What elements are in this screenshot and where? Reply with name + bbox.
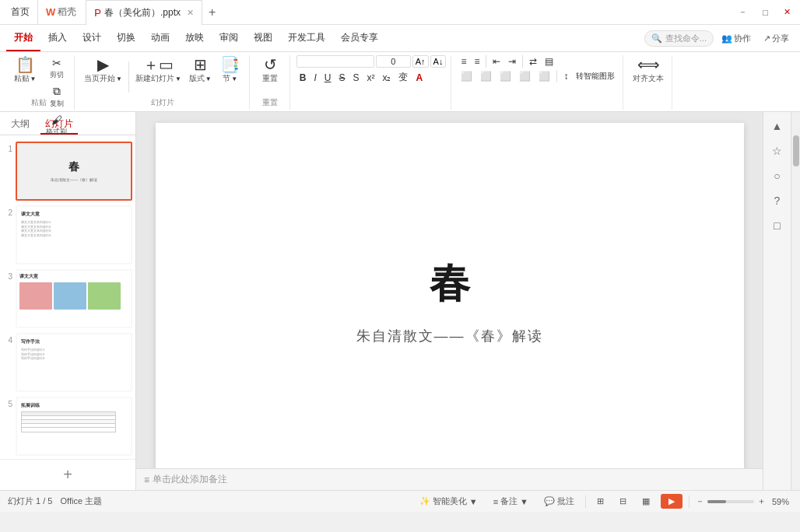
tab-transition[interactable]: 切换 [109,25,143,51]
scroll-thumb[interactable] [793,135,799,166]
paste-dropdown[interactable]: ▼ [30,75,37,82]
start-dropdown[interactable]: ▼ [116,75,122,82]
font-color-btn[interactable]: A [412,72,426,84]
section-btn[interactable]: 📑 节 ▼ [216,55,244,86]
slide-item-4[interactable]: 4 写作手法 写作手法内容行1写作手法内容行2写作手法内容行3 [3,333,132,392]
play-slideshow-btn[interactable]: ▶ [661,494,682,509]
convert-smartart-btn[interactable]: 转智能图形 [573,70,618,82]
bullets-btn[interactable]: ≡ [458,55,469,68]
note-status-dropdown[interactable]: ▼ [520,497,528,506]
zoom-plus-btn[interactable]: ＋ [757,495,766,507]
view-slide-sorter-btn[interactable]: ⊟ [615,495,631,508]
font-name-input[interactable] [296,55,374,68]
superscript-btn[interactable]: x² [363,72,377,84]
right-btn-4[interactable]: ? [767,190,788,212]
add-slide-bar: + [0,459,135,490]
columns-btn[interactable]: ▤ [542,55,556,68]
slide-area: 春 朱自清散文——《春》解读 ≡ 单击此处添加备注 [136,112,763,490]
play-icon: ▶ [668,496,675,506]
tab-view[interactable]: 视图 [246,25,280,51]
right-btn-2[interactable]: ☆ [767,140,788,162]
slide-canvas[interactable]: 春 朱自清散文——《春》解读 [156,123,744,480]
align-text-btn[interactable]: ⟺ 对齐文本 [630,55,667,86]
share-btn[interactable]: ↗ 分享 [759,31,794,46]
slide-thumb-3[interactable]: 课文大意 [16,269,132,328]
right-btn-1[interactable]: ▲ [767,115,788,137]
tab-design[interactable]: 设计 [75,25,109,51]
tab-animation[interactable]: 动画 [143,25,177,51]
tab-review[interactable]: 审阅 [212,25,246,51]
view-normal-btn[interactable]: ⊞ [592,495,609,508]
smart-beauty-btn[interactable]: ✨ 智能美化 ▼ [415,494,482,509]
layout-btn[interactable]: ⊞ 版式 ▼ [186,55,215,86]
zoom-minus-btn[interactable]: － [696,495,704,507]
text-direction-btn[interactable]: ⇄ [526,55,540,68]
align-left-btn[interactable]: ⬜ [458,70,475,82]
numbering-btn[interactable]: ≡ [471,55,482,68]
home-tab[interactable]: 首页 [3,0,38,25]
format-paint-btn[interactable]: 🖌 格式刷 [44,112,69,138]
slide-thumb-1[interactable]: 春 朱自清散文——《春》解读 [16,142,132,201]
slide-thumb-2[interactable]: 课文大意 课文大意文本内容行1课文大意文本内容行2课文大意文本内容行3课文大意文… [16,205,132,264]
subscript-btn[interactable]: x₂ [379,72,394,84]
right-btn-3[interactable]: ○ [767,165,788,187]
shadow-btn[interactable]: S [349,72,362,84]
minimize-btn[interactable]: － [732,5,753,19]
tab-insert[interactable]: 插入 [40,25,75,51]
tab-start[interactable]: 开始 [6,25,40,51]
bold-btn[interactable]: B [296,72,310,84]
note-placeholder[interactable]: 单击此处添加备注 [153,473,227,486]
scroll-area[interactable] [791,112,800,490]
search-box[interactable]: 🔍 查找命令... [644,30,714,47]
add-slide-btn[interactable]: + [55,464,80,485]
maximize-btn[interactable]: □ [756,6,774,19]
file-tab[interactable]: P 春（美化前）.pptx ✕ [86,0,202,25]
slide-item-3[interactable]: 3 课文大意 [3,269,132,328]
indent-increase-btn[interactable]: ⇥ [505,55,519,68]
wps-icon: W [46,6,55,18]
collaborate-btn[interactable]: 👥 协作 [717,31,756,46]
close-btn[interactable]: ✕ [777,5,797,19]
copy-btn[interactable]: ⧉ 复制 [44,83,69,110]
indent-decrease-btn[interactable]: ⇤ [489,55,504,68]
align-right-btn[interactable]: ⬜ [496,70,514,82]
section-dropdown[interactable]: ▼ [231,75,237,82]
slide-item-2[interactable]: 2 课文大意 课文大意文本内容行1课文大意文本内容行2课文大意文本内容行3课文大… [3,205,132,264]
close-tab-btn[interactable]: ✕ [187,8,194,18]
strikethrough-btn[interactable]: S [335,72,348,84]
slide-item-1[interactable]: 1 春 朱自清散文——《春》解读 [3,142,132,201]
view-reading-btn[interactable]: ▦ [637,495,654,508]
slide-thumb-4[interactable]: 写作手法 写作手法内容行1写作手法内容行2写作手法内容行3 [16,333,132,392]
review-status-icon: 💬 [544,496,555,506]
slide-item-5[interactable]: 5 拓展训练 [3,397,132,456]
review-status-btn[interactable]: 💬 批注 [539,494,579,509]
zoom-slider[interactable] [707,500,754,503]
wps-tab[interactable]: W 稻壳 [38,0,84,25]
line-spacing-btn[interactable]: ↕ [560,70,571,82]
copy-icon: ⧉ [53,85,61,98]
new-tab-btn[interactable]: + [202,0,222,25]
italic-btn[interactable]: I [311,72,319,84]
smart-beauty-dropdown[interactable]: ▼ [469,497,478,506]
tab-slideshow[interactable]: 放映 [177,25,212,51]
note-status-btn[interactable]: ≡ 备注 ▼ [489,494,533,509]
align-center-btn[interactable]: ⬜ [477,70,495,82]
underline-btn[interactable]: U [321,72,335,84]
char-spacing-btn[interactable]: 变 [395,70,411,85]
new-slide-dropdown[interactable]: ▼ [175,75,181,82]
font-size-decrease-btn[interactable]: A↓ [430,55,447,68]
right-btn-5[interactable]: □ [767,215,788,236]
new-slide-btn[interactable]: ＋▭ 新建幻灯片 ▼ [132,55,184,86]
justify-btn[interactable]: ⬜ [516,70,534,82]
thumb3-title: 课文大意 [19,273,38,280]
font-size-input[interactable] [376,55,411,68]
font-size-increase-btn[interactable]: A↑ [412,55,429,68]
slide-thumb-5[interactable]: 拓展训练 [16,397,132,456]
tab-member[interactable]: 会员专享 [333,25,386,51]
reset-btn[interactable]: ↺ 重置 [256,55,284,86]
start-btn[interactable]: ▶ 当页开始 ▼ [81,55,125,86]
tab-dev[interactable]: 开发工具 [280,25,333,51]
layout-dropdown[interactable]: ▼ [205,75,212,82]
align-justify-btn[interactable]: ⬜ [535,70,553,82]
cut-btn[interactable]: ✂ 剪切 [44,55,69,82]
